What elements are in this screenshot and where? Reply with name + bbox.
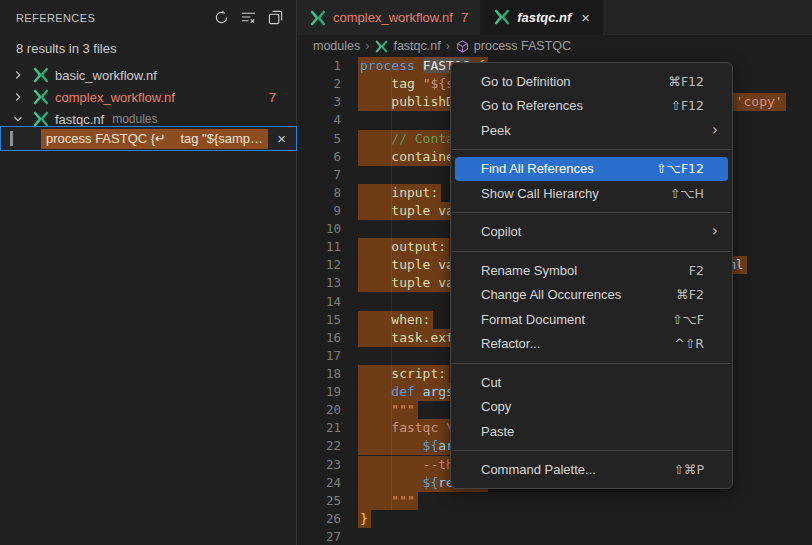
line-number: 26 [297,510,341,528]
breadcrumb-item-symbol[interactable]: process FASTQC [474,39,571,53]
code-text: """ [360,401,415,419]
menu-item-label: Change All Occurrences [481,287,676,302]
menu-item-label: Go to Definition [481,74,668,89]
tab-label: fastqc.nf [517,10,571,25]
editor-tab[interactable]: complex_workflow.nf 7 [297,0,481,35]
menu-item-shortcut: ⌘F12 [668,74,704,89]
refresh-icon[interactable] [210,7,232,29]
editor-tab-bar: complex_workflow.nf 7 fastqc.nf × [297,0,812,35]
references-sidebar: REFERENCES 8 results in 3 fil [0,0,297,545]
context-menu-item[interactable]: Go to References ⇧F12 [455,94,728,119]
editor-context-menu: Go to Definition ⌘F12 Go to References ⇧… [450,62,733,489]
line-number: 17 [297,347,341,365]
line-number: 27 [297,528,341,545]
context-menu-item[interactable]: Copy [455,395,728,420]
context-menu-item[interactable]: Format Document ⇧⌥F [455,307,728,332]
chevron-right-icon[interactable] [10,89,26,105]
context-menu-item[interactable]: Go to Definition ⌘F12 [455,69,728,94]
menu-item-label: Refactor... [481,336,674,351]
menu-separator [452,149,731,150]
menu-item-label: Find All References [481,161,656,176]
line-number: 8 [297,184,341,202]
line-number: 6 [297,148,341,166]
context-menu-item[interactable]: Show Call Hierarchy ⇧⌥H [455,181,728,206]
context-menu-item[interactable]: Command Palette... ⇧⌘P [455,458,728,483]
code-line[interactable]: 26} [297,510,812,528]
menu-separator [452,450,731,451]
context-menu-item[interactable]: Cut [455,370,728,395]
code-text: } [360,510,368,528]
file-description: modules [112,112,157,126]
line-number: 14 [297,293,341,311]
breadcrumb: modules › fastqc.nf › process FASTQC [297,35,812,57]
code-text: input: [360,184,438,202]
line-number: 15 [297,311,341,329]
context-menu-item[interactable]: Peek › [455,118,728,143]
context-menu-item[interactable]: Refactor... ^⇧R [455,332,728,357]
references-tree: basic_workflow.nf complex_workflow.nf 7 … [0,64,296,130]
editor-tab[interactable]: fastqc.nf × [481,0,603,35]
context-menu-item[interactable]: Copilot › [455,220,728,245]
line-number: 23 [297,456,341,474]
clear-all-icon[interactable] [237,7,259,29]
nextflow-icon [32,89,50,105]
menu-item-shortcut: ⇧⌥F [672,312,704,327]
line-number: 19 [297,383,341,401]
menu-item-label: Rename Symbol [481,263,689,278]
line-number: 25 [297,492,341,510]
tab-close-icon[interactable]: × [581,10,590,25]
line-number: 22 [297,437,341,455]
reference-file-row[interactable]: basic_workflow.nf [0,64,296,86]
menu-item-label: Peek [481,123,704,138]
line-number: 4 [297,111,341,129]
code-line[interactable]: 25 """ [297,492,812,510]
breadcrumb-separator: › [446,39,450,53]
nextflow-icon [309,10,327,26]
line-number: 13 [297,274,341,292]
collapse-all-icon[interactable] [264,7,286,29]
code-text: """ [360,492,415,510]
menu-item-label: Go to References [481,98,670,113]
vscode-window: REFERENCES 8 results in 3 fil [0,0,812,545]
indent-guide [10,131,13,146]
code-text: fastqc \ [360,419,454,437]
line-number: 20 [297,401,341,419]
breadcrumb-item-file[interactable]: fastqc.nf [393,39,440,53]
line-number: 12 [297,256,341,274]
chevron-right-icon[interactable] [10,67,26,83]
menu-item-shortcut: ⇧⌘P [673,462,704,477]
sidebar-title: REFERENCES [16,12,205,24]
menu-item-shortcut: ^⇧R [674,336,704,351]
context-menu-item[interactable]: Rename Symbol F2 [455,258,728,283]
dismiss-result-icon[interactable]: × [277,131,286,146]
reference-count-badge: 7 [269,90,276,105]
menu-separator [452,212,731,213]
file-name: basic_workflow.nf [55,68,157,83]
context-menu-item[interactable]: Paste [455,419,728,444]
tab-label: complex_workflow.nf [333,10,453,25]
line-number: 16 [297,329,341,347]
line-number: 1 [297,57,341,75]
menu-item-shortcut: ⇧⌥H [670,186,704,201]
breadcrumb-item-modules[interactable]: modules [313,39,360,53]
reference-file-row[interactable]: complex_workflow.nf 7 [0,86,296,108]
nextflow-icon [32,67,50,83]
context-menu-item[interactable]: Find All References ⇧⌥F12 [455,157,728,182]
submenu-chevron-icon: › [712,123,718,138]
menu-item-shortcut: ⌘F2 [676,287,704,302]
reference-result-row[interactable]: process FASTQC {↵ tag "${samp… × [0,126,297,151]
code-text: script: [360,365,446,383]
menu-item-shortcut: ⇧⌥F12 [656,161,704,176]
reference-snippet: process FASTQC {↵ tag "${samp… [41,129,268,149]
line-number: 5 [297,130,341,148]
menu-separator [452,251,731,252]
chevron-right-icon[interactable] [10,111,26,127]
context-menu-item[interactable]: Change All Occurrences ⌘F2 [455,283,728,308]
menu-item-label: Cut [481,375,704,390]
code-line[interactable]: 27 [297,528,812,545]
menu-item-shortcut: ⇧F12 [670,98,704,113]
line-number: 3 [297,93,341,111]
code-text: output: [360,238,446,256]
menu-item-label: Command Palette... [481,462,673,477]
line-number: 18 [297,365,341,383]
